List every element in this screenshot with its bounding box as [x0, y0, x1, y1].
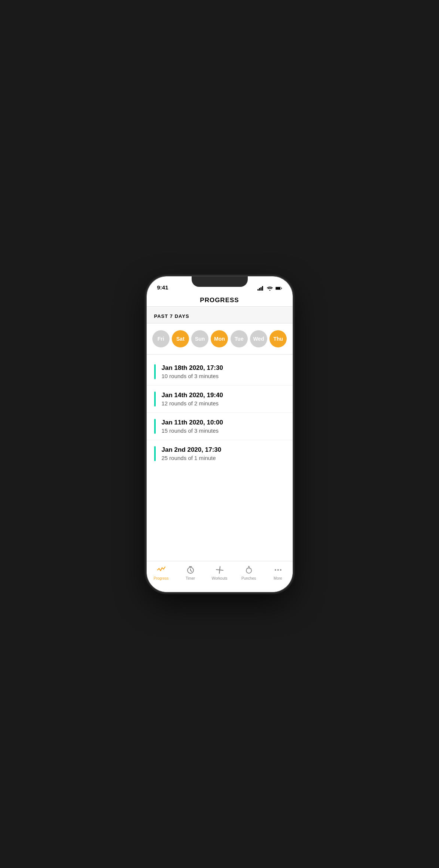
svg-rect-1 — [259, 288, 260, 291]
day-wed[interactable]: Wed — [250, 330, 267, 347]
tab-timer-label: Timer — [186, 576, 195, 580]
days-row: Fri Sat Sun Mon Tue — [147, 323, 293, 355]
workout-entry[interactable]: Jan 18th 2020, 17:30 10 rounds of 3 minu… — [147, 358, 293, 386]
timer-icon — [186, 565, 195, 575]
page-title: PROGRESS — [154, 297, 285, 304]
svg-point-9 — [277, 569, 279, 571]
svg-rect-6 — [281, 288, 281, 289]
entry-content: Jan 11th 2020, 10:00 15 rounds of 3 minu… — [162, 419, 223, 434]
entry-detail: 25 rounds of 1 minute — [162, 455, 222, 461]
workouts-icon — [215, 565, 225, 575]
nav-bar: PROGRESS — [147, 293, 293, 307]
workout-entry[interactable]: Jan 14th 2020, 19:40 12 rounds of 2 minu… — [147, 386, 293, 413]
entry-content: Jan 14th 2020, 19:40 12 rounds of 2 minu… — [162, 392, 223, 407]
day-sun[interactable]: Sun — [191, 330, 208, 347]
day-thu[interactable]: Thu — [269, 330, 287, 347]
svg-point-8 — [275, 569, 276, 571]
tab-progress[interactable]: Progress — [147, 565, 176, 580]
wifi-icon — [266, 286, 273, 291]
entry-content: Jan 18th 2020, 17:30 10 rounds of 3 minu… — [162, 364, 223, 379]
tab-workouts-label: Workouts — [211, 576, 227, 580]
phone-frame: 9:41 — [147, 276, 293, 592]
entry-detail: 12 rounds of 2 minutes — [162, 400, 223, 407]
workout-entry[interactable]: Jan 11th 2020, 10:00 15 rounds of 3 minu… — [147, 413, 293, 440]
entry-content: Jan 2nd 2020, 17:30 25 rounds of 1 minut… — [162, 446, 222, 461]
punches-icon — [244, 565, 254, 575]
content-area: PAST 7 DAYS Fri Sat Sun Mon — [147, 307, 293, 561]
tab-workouts[interactable]: Workouts — [205, 565, 234, 580]
day-mon[interactable]: Mon — [211, 330, 228, 347]
entry-bar — [154, 364, 156, 379]
notch — [192, 276, 248, 287]
entry-bar — [154, 446, 156, 461]
tab-punches[interactable]: Punches — [234, 565, 263, 580]
day-tue[interactable]: Tue — [231, 330, 248, 347]
section-header-text: PAST 7 DAYS — [154, 313, 189, 319]
svg-rect-0 — [257, 289, 259, 291]
workout-list: Jan 18th 2020, 17:30 10 rounds of 3 minu… — [147, 355, 293, 471]
tab-bar: Progress Timer — [147, 561, 293, 592]
workout-entry[interactable]: Jan 2nd 2020, 17:30 25 rounds of 1 minut… — [147, 440, 293, 467]
tab-progress-label: Progress — [153, 576, 168, 580]
svg-rect-2 — [260, 287, 262, 291]
tab-timer[interactable]: Timer — [176, 565, 205, 580]
entry-date: Jan 14th 2020, 19:40 — [162, 392, 223, 399]
entry-detail: 15 rounds of 3 minutes — [162, 427, 223, 434]
tab-more[interactable]: More — [263, 565, 293, 580]
day-fri[interactable]: Fri — [152, 330, 170, 347]
svg-rect-5 — [275, 287, 280, 289]
tab-punches-label: Punches — [241, 576, 256, 580]
progress-icon — [156, 565, 166, 575]
day-sat[interactable]: Sat — [172, 330, 189, 347]
entry-bar — [154, 419, 156, 434]
svg-point-10 — [280, 569, 281, 571]
entry-date: Jan 11th 2020, 10:00 — [162, 419, 223, 426]
status-icons — [257, 286, 282, 291]
more-icon — [273, 565, 283, 575]
signal-icon — [257, 286, 264, 291]
entry-date: Jan 18th 2020, 17:30 — [162, 364, 223, 372]
section-header: PAST 7 DAYS — [147, 307, 293, 323]
entry-detail: 10 rounds of 3 minutes — [162, 373, 223, 379]
phone-screen: 9:41 — [147, 276, 293, 592]
svg-rect-3 — [262, 286, 263, 291]
entry-date: Jan 2nd 2020, 17:30 — [162, 446, 222, 454]
tab-more-label: More — [274, 576, 282, 580]
entry-bar — [154, 392, 156, 407]
status-time: 9:41 — [157, 284, 168, 291]
battery-icon — [275, 286, 282, 291]
